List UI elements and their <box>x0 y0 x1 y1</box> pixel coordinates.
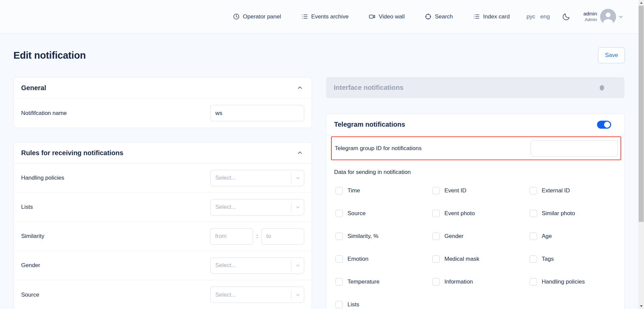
checkbox-item-tags[interactable]: Tags <box>530 255 625 263</box>
checkbox[interactable] <box>432 210 440 217</box>
checkbox[interactable] <box>432 278 440 286</box>
checkbox-label: Similar photo <box>542 210 575 217</box>
checkbox-item-event-id[interactable]: Event ID <box>432 187 530 194</box>
interface-notifications-bar[interactable]: Interface notifications <box>326 77 625 98</box>
rules-section: Rules for receiving notifications Handli… <box>13 142 312 309</box>
similarity-row: Similarity : <box>14 222 312 251</box>
gender-select[interactable]: Select... <box>210 257 304 274</box>
checkbox[interactable] <box>530 233 537 240</box>
checkbox[interactable] <box>530 255 537 263</box>
handling-policies-label: Handling policies <box>21 175 64 181</box>
checkbox-label: External ID <box>542 187 570 194</box>
checkbox[interactable] <box>335 187 343 194</box>
top-bar-right-cluster: рус eng admin Admin <box>527 9 624 25</box>
notification-data-checkbox-grid: Time Event ID External ID Source Event p… <box>335 187 624 309</box>
chevron-up-icon[interactable] <box>297 84 303 91</box>
scrollbar-thumb[interactable] <box>639 6 644 222</box>
lists-row: Lists Select... <box>14 193 312 222</box>
clock-icon <box>233 13 240 20</box>
avatar[interactable] <box>600 9 616 25</box>
handling-policies-select[interactable]: Select... <box>210 170 304 186</box>
lists-select[interactable]: Select... <box>210 199 304 215</box>
checkbox[interactable] <box>432 187 440 194</box>
nav-item-label: Index card <box>483 13 509 20</box>
telegram-section-title: Telegram notifications <box>334 121 405 128</box>
telegram-group-id-row-highlighted: Telegram group ID for notifications <box>331 136 621 160</box>
scrollbar-up-arrow[interactable] <box>638 0 644 6</box>
checkbox[interactable] <box>335 210 343 217</box>
language-option-eng[interactable]: eng <box>540 13 550 20</box>
telegram-notifications-toggle[interactable] <box>597 121 611 129</box>
checkbox-item-event-photo[interactable]: Event photo <box>432 210 530 217</box>
nav-item-video-wall[interactable]: Video wall <box>369 13 405 20</box>
checkbox-label: Event ID <box>444 187 466 194</box>
checkbox-item-handling-policies[interactable]: Handling policies <box>530 278 625 286</box>
checkbox[interactable] <box>530 210 537 217</box>
rules-section-header: Rules for receiving notifications <box>14 142 312 164</box>
dark-mode-toggle[interactable] <box>562 12 571 21</box>
user-avatar-icon <box>600 9 616 25</box>
checkbox-item-medical-mask[interactable]: Medical mask <box>432 255 530 263</box>
checkbox-item-emotion[interactable]: Emotion <box>335 255 432 263</box>
gender-row: Gender Select... <box>14 251 312 280</box>
checkbox[interactable] <box>335 255 343 263</box>
checkbox[interactable] <box>530 278 537 286</box>
vertical-scrollbar[interactable] <box>638 0 644 309</box>
checkbox-item-similar-photo[interactable]: Similar photo <box>530 210 625 217</box>
nav-item-events-archive[interactable]: Events archive <box>301 13 349 20</box>
user-menu-chevron-down-icon[interactable] <box>618 14 624 20</box>
checkbox-label: Emotion <box>347 256 368 262</box>
checkbox[interactable] <box>335 301 343 308</box>
lists-label: Lists <box>21 204 33 210</box>
language-option-rus[interactable]: рус <box>527 13 535 20</box>
save-button[interactable]: Save <box>598 47 625 63</box>
left-column: General Notififcation name Rules for rec… <box>13 77 312 309</box>
checkbox-item-source[interactable]: Source <box>335 210 432 217</box>
disabled-indicator-dot <box>600 85 604 90</box>
select-placeholder: Select... <box>211 204 291 210</box>
checkbox-label: Tags <box>542 256 554 262</box>
similarity-label: Similarity <box>21 233 44 240</box>
notification-name-input[interactable] <box>210 105 304 121</box>
source-select[interactable]: Select... <box>210 287 304 303</box>
nav-item-label: Events archive <box>311 13 349 20</box>
checkbox-item-age[interactable]: Age <box>530 233 625 240</box>
checkbox[interactable] <box>335 278 343 286</box>
checkbox-item-similarity[interactable]: Similarity, % <box>335 233 432 240</box>
checkbox-item-temperature[interactable]: Temperature <box>335 278 432 286</box>
checkbox-label: Source <box>347 210 366 217</box>
chevron-down-icon <box>291 204 304 210</box>
interface-notifications-title: Interface notifications <box>334 84 404 91</box>
gender-label: Gender <box>21 262 40 269</box>
checkbox[interactable] <box>530 187 537 194</box>
scrollbar-down-arrow[interactable] <box>638 303 644 309</box>
checkbox[interactable] <box>335 233 343 240</box>
video-camera-icon <box>369 13 376 20</box>
checkbox[interactable] <box>432 233 440 240</box>
telegram-section-header: Telegram notifications <box>326 114 624 135</box>
target-icon <box>425 13 432 20</box>
list-icon <box>301 13 308 20</box>
checkbox[interactable] <box>432 255 440 263</box>
checkbox-label: Event photo <box>444 210 475 217</box>
checkbox-item-information[interactable]: Information <box>432 278 530 286</box>
select-placeholder: Select... <box>211 292 291 298</box>
page-head: Edit notification Save <box>0 47 644 63</box>
checkbox-item-gender[interactable]: Gender <box>432 233 530 240</box>
checkbox-item-time[interactable]: Time <box>335 187 432 194</box>
nav-item-search[interactable]: Search <box>425 13 453 20</box>
similarity-range: : <box>210 228 304 245</box>
user-info[interactable]: admin Admin <box>583 10 597 22</box>
nav-item-index-card[interactable]: Index card <box>473 13 509 20</box>
checkbox-item-external-id[interactable]: External ID <box>530 187 625 194</box>
chevron-up-icon[interactable] <box>297 149 303 156</box>
similarity-from-input[interactable] <box>210 228 253 245</box>
telegram-group-id-input[interactable] <box>531 140 618 157</box>
checkbox-item-lists[interactable]: Lists <box>335 301 432 308</box>
source-row: Source Select... <box>14 280 312 309</box>
right-column: Interface notifications Telegram notific… <box>326 77 625 309</box>
checkbox-label: Handling policies <box>542 279 585 285</box>
nav-item-label: Search <box>435 13 453 20</box>
similarity-to-input[interactable] <box>261 228 304 245</box>
nav-item-operator-panel[interactable]: Operator panel <box>233 13 281 20</box>
